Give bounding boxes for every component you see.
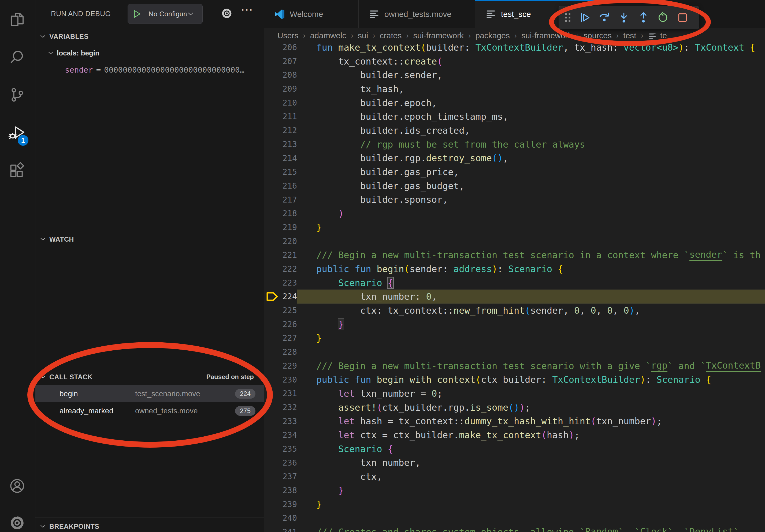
debug-step-over-button[interactable] xyxy=(594,8,614,28)
code-line-221[interactable]: 221/// Begin a new multi-transaction tes… xyxy=(264,248,765,262)
code-line-232[interactable]: 232 assert!(ctx_builder.rgp.is_some()); xyxy=(264,400,765,414)
code-line-233[interactable]: 233 let hash = tx_context::dummy_tx_hash… xyxy=(264,414,765,428)
variables-scope-row[interactable]: locals: begin xyxy=(47,47,99,60)
line-number[interactable]: 230 xyxy=(264,373,297,387)
watch-section-header[interactable]: WATCH xyxy=(35,232,264,246)
code-line-238[interactable]: 238 } xyxy=(264,483,765,497)
line-number[interactable]: 226 xyxy=(264,317,297,331)
breadcrumb-item[interactable]: Users xyxy=(278,31,298,40)
code-line-227[interactable]: 227} xyxy=(264,331,765,345)
activity-explorer-icon[interactable] xyxy=(0,2,34,38)
line-number[interactable]: 238 xyxy=(264,483,297,497)
call-stack-section-header[interactable]: CALL STACK Paused on step xyxy=(35,370,264,384)
breakpoints-section-header[interactable]: BREAKPOINTS xyxy=(35,520,264,532)
debug-configuration-dropdown[interactable]: No Configura xyxy=(128,4,203,24)
start-debug-icon[interactable] xyxy=(132,9,142,19)
breadcrumb-item[interactable]: sources xyxy=(583,31,612,40)
line-number[interactable]: 235 xyxy=(264,442,297,456)
breadcrumb-item[interactable]: sui-framework xyxy=(521,31,572,40)
line-number[interactable]: 207 xyxy=(264,54,297,68)
code-text: } xyxy=(297,497,765,511)
line-number[interactable]: 234 xyxy=(264,428,297,442)
code-text: } xyxy=(297,483,765,497)
code-line-223[interactable]: 223 Scenario { xyxy=(264,276,765,290)
line-number[interactable]: 220 xyxy=(264,234,297,248)
line-number[interactable]: 210 xyxy=(264,96,297,110)
activity-settings-icon[interactable] xyxy=(0,505,34,532)
code-line-229[interactable]: 229/// Begin a new multi-transaction tes… xyxy=(264,359,765,373)
code-line-207[interactable]: 207 tx_context::create( xyxy=(264,54,765,68)
activity-account-icon[interactable] xyxy=(0,468,34,504)
line-number[interactable]: 227 xyxy=(264,331,297,345)
variables-section-header[interactable]: VARIABLES xyxy=(35,30,264,43)
activity-run-and-debug-icon[interactable]: 1 xyxy=(0,115,34,150)
line-number[interactable]: 236 xyxy=(264,456,297,470)
callstack-frame-begin[interactable]: begintest_scenario.move224 xyxy=(35,385,264,402)
debug-settings-gear-icon[interactable] xyxy=(220,7,233,20)
code-line-234[interactable]: 234 let ctx = ctx_builder.make_tx_contex… xyxy=(264,428,765,442)
breadcrumb-item[interactable]: test xyxy=(623,31,636,40)
line-number[interactable]: 232 xyxy=(264,400,297,414)
line-number[interactable]: 233 xyxy=(264,414,297,428)
activity-extensions-icon[interactable] xyxy=(0,153,34,188)
code-line-241[interactable]: 241/// Creates and shares system objects… xyxy=(264,525,765,532)
line-number[interactable]: 241 xyxy=(264,525,297,532)
line-number[interactable]: 219 xyxy=(264,220,297,234)
variable-row-sender[interactable]: sender = 00000000000000000000000000000… xyxy=(65,64,245,76)
dropdown-divider xyxy=(145,8,145,20)
line-number[interactable]: 212 xyxy=(264,124,297,137)
more-actions-icon[interactable]: ⋯ xyxy=(241,2,253,17)
line-number[interactable]: 222 xyxy=(264,262,297,276)
line-number[interactable]: 215 xyxy=(264,165,297,179)
breadcrumb-file-item[interactable]: te xyxy=(648,31,667,40)
debug-restart-button[interactable] xyxy=(653,8,673,28)
line-number[interactable]: 237 xyxy=(264,470,297,483)
line-number[interactable]: 217 xyxy=(264,193,297,207)
breadcrumb-item[interactable]: sui xyxy=(358,31,368,40)
code-text: builder.epoch_timestamp_ms, xyxy=(297,110,765,124)
code-area[interactable]: 206fun make_tx_context(builder: TxContex… xyxy=(264,40,765,532)
debug-stop-button[interactable] xyxy=(673,8,692,28)
tab-owned-tests-move[interactable]: owned_tests.move xyxy=(359,0,475,28)
line-number[interactable]: 225 xyxy=(264,304,297,317)
line-number[interactable]: 218 xyxy=(264,206,297,220)
tab-welcome[interactable]: Welcome xyxy=(264,0,359,28)
callstack-frame-already_marked[interactable]: already_markedowned_tests.move275 xyxy=(35,402,264,419)
toolbar-drag-handle[interactable] xyxy=(560,8,575,28)
frame-function-name: begin xyxy=(60,390,135,398)
line-number[interactable]: 228 xyxy=(264,345,297,359)
line-number[interactable]: 229 xyxy=(264,359,297,373)
line-number[interactable]: 240 xyxy=(264,511,297,525)
line-number[interactable]: 211 xyxy=(264,110,297,124)
code-line-231[interactable]: 231 let txn_number = 0; xyxy=(264,387,765,400)
line-number[interactable]: 223 xyxy=(264,276,297,290)
code-text xyxy=(297,345,765,359)
breadcrumb-item[interactable]: packages xyxy=(475,31,509,40)
line-number[interactable]: 209 xyxy=(264,82,297,96)
line-number[interactable]: 208 xyxy=(264,68,297,82)
line-number[interactable]: 214 xyxy=(264,151,297,165)
breadcrumb-item[interactable]: sui-framework xyxy=(413,31,464,40)
code-line-239[interactable]: 239} xyxy=(264,497,765,511)
code-line-220[interactable]: 220 xyxy=(264,234,765,248)
debug-step-out-button[interactable] xyxy=(634,8,653,28)
line-number[interactable]: 221 xyxy=(264,248,297,262)
line-number[interactable]: 216 xyxy=(264,179,297,193)
debug-continue-button[interactable] xyxy=(575,8,594,28)
breadcrumb-item[interactable]: crates xyxy=(380,31,402,40)
code-line-230[interactable]: 230public fun begin_with_context(ctx_bui… xyxy=(264,373,765,387)
debug-step-into-button[interactable] xyxy=(614,8,634,28)
line-number[interactable]: 213 xyxy=(264,137,297,151)
code-line-222[interactable]: 222public fun begin(sender: address): Sc… xyxy=(264,262,765,276)
code-line-219[interactable]: 219} xyxy=(264,220,765,234)
code-line-218[interactable]: 218 ) xyxy=(264,206,765,220)
activity-search-icon[interactable] xyxy=(0,40,34,75)
code-line-228[interactable]: 228 xyxy=(264,345,765,359)
breadcrumb-item[interactable]: adamwelc xyxy=(310,31,346,40)
code-line-240[interactable]: 240 xyxy=(264,511,765,525)
line-number[interactable]: 231 xyxy=(264,387,297,400)
line-number[interactable]: 239 xyxy=(264,497,297,511)
code-line-226[interactable]: 226 } xyxy=(264,317,765,331)
code-line-235[interactable]: 235 Scenario { xyxy=(264,442,765,456)
activity-source-control-icon[interactable] xyxy=(0,77,34,113)
